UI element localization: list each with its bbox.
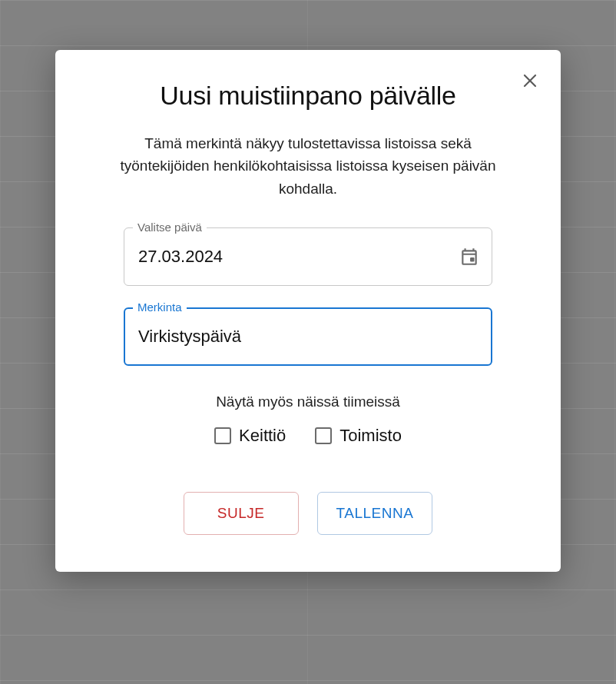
svg-rect-2 (470, 257, 474, 261)
teams-checkbox-row: Keittiö Toimisto (86, 426, 530, 446)
checkbox-label: Toimisto (339, 426, 402, 446)
team-checkbox-toimisto[interactable]: Toimisto (315, 426, 402, 446)
note-field-wrap: Merkinta (124, 307, 492, 366)
save-button[interactable]: TALLENNA (317, 492, 433, 535)
checkbox-label: Keittiö (239, 426, 286, 446)
checkbox-box (315, 427, 332, 444)
new-note-modal: Uusi muistiinpano päivälle Tämä merkintä… (55, 50, 561, 572)
close-action-button[interactable]: SULJE (184, 492, 299, 535)
date-field-wrap: Valitse päivä (124, 227, 492, 286)
modal-button-row: SULJE TALLENNA (86, 492, 530, 535)
modal-description: Tämä merkintä näkyy tulostettavissa list… (101, 132, 515, 200)
teams-section-label: Näytä myös näissä tiimeissä (86, 393, 530, 410)
calendar-icon[interactable] (459, 246, 480, 267)
date-input[interactable] (124, 227, 492, 286)
close-icon (521, 71, 539, 90)
modal-title: Uusi muistiinpano päivälle (86, 81, 530, 111)
note-input[interactable] (124, 307, 492, 366)
date-field-label: Valitse päivä (133, 221, 207, 234)
note-field-label: Merkinta (133, 300, 187, 314)
close-button[interactable] (516, 67, 544, 95)
checkbox-box (214, 427, 231, 444)
team-checkbox-keittio[interactable]: Keittiö (214, 426, 286, 446)
